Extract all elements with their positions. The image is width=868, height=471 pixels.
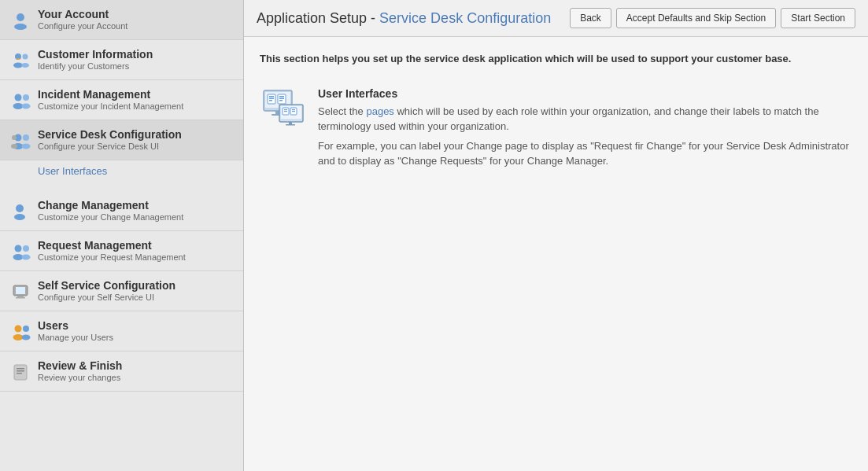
svg-point-15 — [12, 135, 17, 140]
sidebar-item-self-service[interactable]: Self Service Configuration Configure you… — [0, 271, 243, 311]
svg-rect-6 — [17, 58, 20, 60]
back-button[interactable]: Back — [570, 8, 611, 28]
svg-point-19 — [15, 245, 22, 252]
skip-section-button[interactable]: Accept Defaults and Skip Section — [616, 8, 776, 28]
svg-rect-56 — [286, 124, 295, 126]
sidebar-spacer — [0, 182, 243, 191]
sidebar-item-selfservice-subtitle: Configure your Self Service UI — [38, 293, 175, 302]
sidebar-item-users-subtitle: Manage your Users — [38, 333, 113, 342]
sidebar-item-review-title: Review & Finish — [38, 359, 122, 372]
svg-point-10 — [22, 104, 31, 109]
svg-rect-42 — [279, 96, 284, 98]
request-icon — [9, 241, 31, 263]
svg-rect-53 — [292, 109, 295, 110]
svg-point-17 — [16, 204, 24, 212]
svg-point-1 — [14, 24, 27, 30]
svg-point-16 — [11, 144, 17, 149]
header-buttons: Back Accept Defaults and Skip Section St… — [570, 8, 855, 28]
svg-rect-43 — [279, 98, 284, 100]
svg-point-29 — [23, 326, 29, 332]
incident-icon — [9, 90, 31, 112]
svg-point-27 — [15, 326, 22, 333]
sidebar-item-change-subtitle: Customize your Change Management — [38, 212, 183, 222]
sidebar-item-request-subtitle: Customize your Request Management — [38, 252, 186, 262]
sidebar-item-change-title: Change Management — [38, 199, 183, 212]
sidebar-item-your-account[interactable]: Your Account Configure your Account — [0, 0, 243, 40]
sidebar-item-incident-management[interactable]: Incident Management Customize your Incid… — [0, 80, 243, 120]
sidebar-subitem-user-interfaces[interactable]: User Interfaces — [0, 160, 243, 182]
user-interfaces-icon — [260, 87, 307, 131]
users-icon — [9, 321, 31, 343]
user-interfaces-desc1: Select the pages which will be used by e… — [318, 104, 852, 134]
sidebar-item-servicedesk-title: Service Desk Configuration — [38, 128, 182, 141]
svg-point-13 — [23, 134, 29, 141]
sidebar-item-users-title: Users — [38, 319, 113, 332]
sidebar-item-selfservice-title: Self Service Configuration — [38, 279, 175, 292]
user-interfaces-card: User Interfaces Select the pages which w… — [260, 81, 852, 179]
servicedesk-icon — [9, 130, 31, 152]
sidebar-item-customer-title: Customer Information — [38, 48, 153, 61]
sidebar-item-request-management[interactable]: Request Management Customize your Reques… — [0, 231, 243, 271]
content-description: This section helps you set up the servic… — [260, 51, 852, 67]
sidebar-item-customer-subtitle: Identify your Customers — [38, 61, 153, 71]
account-icon — [9, 9, 31, 31]
user-interfaces-desc2: For example, you can label your Change p… — [318, 138, 852, 169]
sidebar-item-incident-subtitle: Customize your Incident Management — [38, 101, 183, 111]
sidebar-item-review-subtitle: Review your changes — [38, 373, 122, 382]
sidebar-item-request-title: Request Management — [38, 239, 186, 252]
svg-rect-51 — [284, 111, 287, 112]
svg-point-4 — [23, 54, 28, 60]
svg-rect-31 — [14, 365, 27, 380]
customer-icon — [9, 50, 31, 72]
sidebar: Your Account Configure your Account Cust… — [0, 0, 244, 471]
user-interfaces-title: User Interfaces — [318, 87, 852, 100]
sidebar-item-your-account-subtitle: Configure your Account — [38, 21, 127, 31]
svg-rect-50 — [284, 109, 287, 110]
sidebar-item-servicedesk-subtitle: Configure your Service Desk UI — [38, 142, 182, 151]
content-area: This section helps you set up the servic… — [244, 37, 868, 471]
svg-rect-24 — [16, 287, 25, 294]
review-icon — [9, 361, 31, 383]
start-section-button[interactable]: Start Section — [781, 8, 855, 28]
svg-point-0 — [17, 13, 24, 21]
header: Application Setup - Service Desk Configu… — [244, 0, 868, 37]
sidebar-item-incident-title: Incident Management — [38, 88, 183, 101]
svg-point-5 — [21, 63, 29, 68]
sidebar-item-customer-information[interactable]: Customer Information Identify your Custo… — [0, 40, 243, 80]
svg-rect-39 — [269, 98, 274, 100]
svg-point-9 — [23, 94, 29, 101]
sidebar-item-users[interactable]: Users Manage your Users — [0, 311, 243, 351]
header-title: Application Setup - Service Desk Configu… — [257, 10, 551, 27]
svg-point-30 — [22, 335, 31, 340]
sidebar-item-your-account-title: Your Account — [38, 8, 127, 20]
selfservice-icon — [9, 281, 31, 303]
user-interfaces-body: User Interfaces Select the pages which w… — [318, 87, 852, 173]
header-subtitle: Service Desk Configuration — [379, 10, 551, 26]
svg-rect-33 — [17, 370, 24, 372]
svg-rect-40 — [269, 100, 272, 101]
svg-point-14 — [22, 144, 31, 149]
svg-point-22 — [22, 255, 31, 260]
change-icon — [9, 201, 31, 223]
svg-rect-55 — [289, 122, 292, 124]
svg-rect-32 — [17, 368, 24, 370]
main-content: Application Setup - Service Desk Configu… — [244, 0, 868, 471]
svg-point-7 — [15, 94, 22, 101]
header-title-text: Application Setup - — [257, 10, 379, 26]
svg-point-18 — [14, 214, 25, 220]
sidebar-item-change-management[interactable]: Change Management Customize your Change … — [0, 191, 243, 231]
sidebar-item-review-finish[interactable]: Review & Finish Review your changes — [0, 351, 243, 392]
svg-rect-25 — [17, 296, 24, 297]
sidebar-item-service-desk[interactable]: Service Desk Configuration Configure you… — [0, 120, 243, 160]
svg-rect-44 — [279, 100, 283, 101]
svg-rect-54 — [292, 111, 295, 112]
svg-rect-34 — [17, 373, 22, 374]
svg-point-21 — [23, 245, 29, 252]
svg-rect-26 — [16, 297, 25, 299]
svg-rect-38 — [269, 96, 274, 98]
